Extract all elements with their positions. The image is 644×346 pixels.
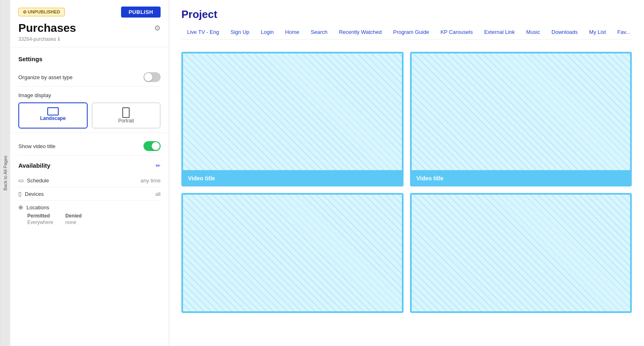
tab-program-guide[interactable]: Program Guide <box>388 26 435 39</box>
video-thumbnail-1 <box>182 53 403 171</box>
tab-search[interactable]: Search <box>305 26 333 39</box>
tab-fav[interactable]: Fav... <box>612 26 632 39</box>
status-bar: ⊘ UNPUBLISHED PUBLISH <box>18 7 161 18</box>
info-icon: ℹ <box>58 36 60 42</box>
tab-kp-carousels[interactable]: KP Carousels <box>435 26 479 39</box>
video-card-4[interactable] <box>410 193 632 313</box>
availability-title: Availability <box>18 162 51 169</box>
page-title: Purchases <box>18 22 76 35</box>
tab-my-list[interactable]: My List <box>583 26 611 39</box>
video-card-2[interactable]: Video title <box>410 52 632 186</box>
tab-music[interactable]: Music <box>520 26 546 39</box>
tab-downloads[interactable]: Downloads <box>546 26 583 39</box>
left-panel: ⊘ UNPUBLISHED PUBLISH Purchases ⚙ 33264-… <box>10 0 169 346</box>
video-thumbnail-2 <box>411 53 631 171</box>
video-title-2: Video title <box>411 171 631 186</box>
image-display-section: Image display Landscape Portrait <box>10 86 169 133</box>
tab-home[interactable]: Home <box>280 26 305 39</box>
organize-label: Organize by asset type <box>18 74 73 80</box>
organize-toggle[interactable] <box>143 72 161 82</box>
project-header: Project Live TV - Eng Sign Up Login Home… <box>169 0 644 44</box>
devices-icon: ▯ <box>18 191 22 197</box>
video-thumbnail-4 <box>411 194 631 312</box>
image-display-options: Landscape Portrait <box>18 102 161 129</box>
tab-sign-up[interactable]: Sign Up <box>225 26 255 39</box>
settings-title: Settings <box>18 55 161 62</box>
project-title: Project <box>181 8 632 21</box>
show-video-title-label: Show video title <box>18 143 55 149</box>
show-video-title-toggle[interactable] <box>143 141 161 151</box>
tab-recently-watched[interactable]: Recently Watched <box>333 26 387 39</box>
organize-row: Organize by asset type <box>18 68 161 86</box>
denied-title: Denied <box>65 213 82 219</box>
denied-value: none <box>65 220 82 225</box>
settings-gear-icon[interactable]: ⚙ <box>154 24 161 33</box>
portrait-option[interactable]: Portrait <box>92 102 161 129</box>
locations-sub: Permitted Everywhere Denied none <box>18 213 161 225</box>
locations-section: ⊕ Locations Permitted Everywhere Denied … <box>18 201 161 225</box>
unpublished-badge: ⊘ UNPUBLISHED <box>18 8 65 16</box>
availability-edit-icon[interactable]: ✏ <box>156 162 161 169</box>
schedule-label: Schedule <box>27 177 49 184</box>
video-card-1[interactable]: Video title <box>181 52 404 186</box>
permitted-value: Everywhere <box>27 220 53 225</box>
show-video-section: Show video title <box>10 133 169 155</box>
portrait-icon <box>122 107 130 118</box>
panel-header: ⊘ UNPUBLISHED PUBLISH Purchases ⚙ 33264-… <box>10 0 169 47</box>
video-grid: Video title Video title <box>169 44 644 321</box>
permitted-title: Permitted <box>27 213 53 219</box>
landscape-option[interactable]: Landscape <box>18 102 88 129</box>
denied-col: Denied none <box>65 213 82 225</box>
right-panel: Project Live TV - Eng Sign Up Login Home… <box>169 0 644 346</box>
page-title-row: Purchases ⚙ <box>18 22 161 35</box>
show-video-row: Show video title <box>18 137 161 155</box>
devices-label: Devices <box>25 191 44 197</box>
availability-section: Availability ✏ ▭ Schedule any time ▯ Dev… <box>10 155 169 225</box>
landscape-icon <box>47 107 59 115</box>
locations-icon: ⊕ <box>18 204 23 211</box>
schedule-icon: ▭ <box>18 177 24 184</box>
portrait-label: Portrait <box>118 118 134 124</box>
video-thumbnail-3 <box>182 194 403 312</box>
permitted-col: Permitted Everywhere <box>27 213 53 225</box>
back-to-all-pages-tab[interactable]: Back to All Pages <box>0 0 10 346</box>
publish-button[interactable]: PUBLISH <box>121 7 161 18</box>
schedule-row: ▭ Schedule any time <box>18 174 161 187</box>
image-display-label: Image display <box>18 92 161 98</box>
schedule-value: any time <box>141 177 161 184</box>
settings-section: Settings Organize by asset type <box>10 47 169 86</box>
page-id: 33264-purchases ℹ <box>18 36 161 42</box>
tab-external-link[interactable]: External Link <box>479 26 520 39</box>
locations-label: Locations <box>26 204 49 211</box>
tab-live-tv-eng[interactable]: Live TV - Eng <box>181 26 225 39</box>
devices-row: ▯ Devices all <box>18 187 161 201</box>
landscape-label: Landscape <box>40 115 66 121</box>
video-title-1: Video title <box>182 171 403 186</box>
availability-header: Availability ✏ <box>18 162 161 169</box>
devices-value: all <box>155 191 161 197</box>
nav-tabs: Live TV - Eng Sign Up Login Home Search … <box>181 26 632 40</box>
tab-login[interactable]: Login <box>255 26 280 39</box>
video-card-3[interactable] <box>181 193 404 313</box>
